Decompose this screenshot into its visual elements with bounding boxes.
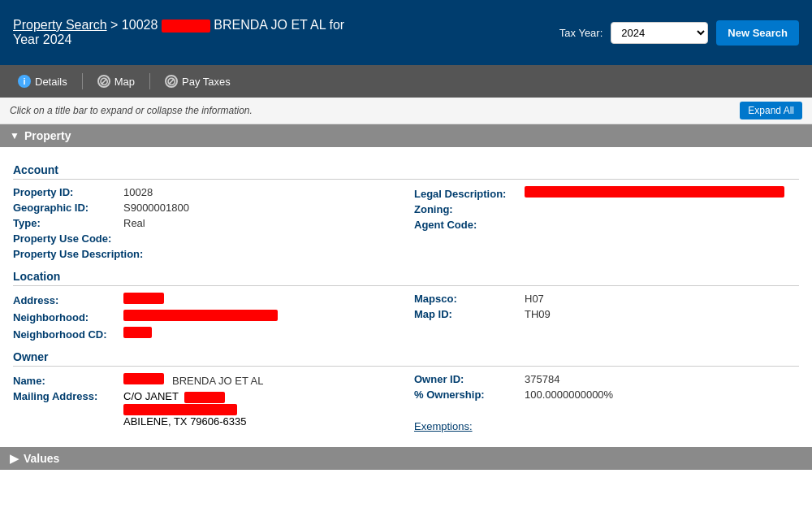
info-icon: i bbox=[18, 75, 31, 88]
values-section-header[interactable]: ▶ Values bbox=[0, 447, 812, 470]
new-search-button[interactable]: New Search bbox=[716, 20, 799, 46]
location-left: Address: Neighborhood: Neighborhood CD: bbox=[13, 291, 398, 342]
location-data-grid: Address: Neighborhood: Neighborhood CD: … bbox=[13, 291, 799, 342]
type-value: Real bbox=[123, 217, 145, 229]
mailing-address-lines: C/O JANET ABILENE, TX 79606-6335 bbox=[123, 390, 247, 428]
info-bar-message: Click on a title bar to expand or collap… bbox=[10, 105, 253, 116]
property-search-link[interactable]: Property Search bbox=[13, 18, 107, 32]
property-use-code-label: Property Use Code: bbox=[13, 232, 119, 245]
property-section-header[interactable]: ▼ Property bbox=[0, 124, 812, 147]
geographic-id-label: Geographic ID: bbox=[13, 202, 119, 214]
tab-divider-1 bbox=[82, 73, 83, 89]
legal-desc-label: Legal Description: bbox=[414, 188, 520, 200]
property-id-label: Property ID: bbox=[13, 186, 119, 198]
mailing-line1: C/O JANET bbox=[123, 390, 247, 403]
mailing-line3: ABILENE, TX 79606-6335 bbox=[123, 415, 247, 428]
map-id-value: TH09 bbox=[525, 308, 551, 320]
account-subsection-title: Account bbox=[13, 163, 799, 180]
name-label: Name: bbox=[13, 375, 119, 387]
owner-data-grid: Name: BRENDA JO ET AL Mailing Address: C… bbox=[13, 371, 799, 434]
location-subsection-title: Location bbox=[13, 270, 799, 286]
legal-desc-redacted bbox=[525, 186, 784, 198]
tax-year-select[interactable]: 2024 2023 2022 bbox=[611, 22, 708, 44]
neighborhood-redacted bbox=[123, 310, 278, 321]
mapsco-label: Mapsco: bbox=[414, 293, 520, 305]
exemptions-link[interactable]: Exemptions: bbox=[414, 420, 473, 432]
property-use-desc-row: Property Use Description: bbox=[13, 246, 398, 262]
zoning-row: Zoning: bbox=[414, 202, 799, 217]
header-controls: Tax Year: 2024 2023 2022 New Search bbox=[559, 20, 799, 46]
zoning-label: Zoning: bbox=[414, 203, 520, 215]
values-arrow-icon: ▶ bbox=[10, 452, 19, 465]
property-arrow-icon: ▼ bbox=[10, 130, 19, 141]
owner-right: Owner ID: 375784 % Ownership: 100.000000… bbox=[414, 371, 799, 434]
property-id-row: Property ID: 10028 bbox=[13, 185, 398, 200]
neighborhood-cd-row: Neighborhood CD: bbox=[13, 325, 398, 342]
tab-details[interactable]: i Details bbox=[8, 70, 77, 93]
mailing-redacted2 bbox=[123, 404, 237, 415]
mailing-address-row: Mailing Address: C/O JANET ABILENE, TX 7… bbox=[13, 389, 398, 429]
tax-year-label: Tax Year: bbox=[559, 27, 603, 39]
account-left: Property ID: 10028 Geographic ID: S90000… bbox=[13, 185, 398, 262]
nav-tabs: i Details ⊘ Map ⊘ Pay Taxes bbox=[0, 65, 812, 98]
pct-ownership-value: 100.0000000000% bbox=[525, 389, 613, 401]
pct-ownership-row: % Ownership: 100.0000000000% bbox=[414, 387, 799, 402]
property-section-content: Account Property ID: 10028 Geographic ID… bbox=[0, 147, 812, 444]
owner-subsection-title: Owner bbox=[13, 350, 799, 367]
owner-id-label: Owner ID: bbox=[414, 373, 520, 385]
neighborhood-row: Neighborhood: bbox=[13, 308, 398, 325]
mailing-redacted1 bbox=[184, 392, 225, 403]
property-id-value: 10028 bbox=[123, 186, 153, 198]
geographic-id-row: Geographic ID: S9000001800 bbox=[13, 200, 398, 215]
mapsco-value: H07 bbox=[525, 293, 544, 305]
name-row: Name: BRENDA JO ET AL bbox=[13, 371, 398, 389]
geographic-id-value: S9000001800 bbox=[123, 202, 189, 214]
mapsco-row: Mapsco: H07 bbox=[414, 291, 799, 306]
map-id-label: Map ID: bbox=[414, 308, 520, 320]
page-header: Property Search > 10028 BRENDA JO ET AL … bbox=[0, 0, 812, 65]
name-redacted bbox=[123, 373, 164, 384]
no-icon-pay: ⊘ bbox=[165, 75, 178, 88]
address-label: Address: bbox=[13, 294, 119, 306]
tab-map[interactable]: ⊘ Map bbox=[88, 70, 145, 93]
expand-all-button[interactable]: Expand All bbox=[740, 102, 802, 119]
neighborhood-cd-redacted bbox=[123, 327, 152, 338]
name-value: BRENDA JO ET AL bbox=[172, 375, 263, 387]
property-use-code-row: Property Use Code: bbox=[13, 231, 398, 246]
info-bar: Click on a title bar to expand or collap… bbox=[0, 98, 812, 124]
owner-id-row: Owner ID: 375784 bbox=[414, 371, 799, 387]
neighborhood-label: Neighborhood: bbox=[13, 311, 119, 323]
account-data-grid: Property ID: 10028 Geographic ID: S90000… bbox=[13, 185, 799, 262]
property-section: ▼ Property Account Property ID: 10028 Ge… bbox=[0, 124, 812, 444]
pct-ownership-label: % Ownership: bbox=[414, 389, 520, 401]
type-row: Type: Real bbox=[13, 215, 398, 231]
legal-desc-row: Legal Description: bbox=[414, 185, 799, 202]
redacted-name-header bbox=[162, 20, 210, 33]
type-label: Type: bbox=[13, 217, 119, 229]
address-redacted bbox=[123, 293, 164, 304]
owner-id-value: 375784 bbox=[525, 373, 559, 385]
account-right: Legal Description: Zoning: Agent Code: bbox=[414, 185, 799, 262]
map-id-row: Map ID: TH09 bbox=[414, 306, 799, 322]
property-use-desc-label: Property Use Description: bbox=[13, 248, 143, 260]
address-row: Address: bbox=[13, 291, 398, 308]
owner-left: Name: BRENDA JO ET AL Mailing Address: C… bbox=[13, 371, 398, 434]
location-right: Mapsco: H07 Map ID: TH09 bbox=[414, 291, 799, 342]
neighborhood-cd-label: Neighborhood CD: bbox=[13, 328, 119, 341]
page-title: Property Search > 10028 BRENDA JO ET AL … bbox=[13, 18, 344, 47]
no-icon-map: ⊘ bbox=[97, 75, 110, 88]
exemptions-row: Exemptions: bbox=[414, 419, 799, 434]
agent-code-row: Agent Code: bbox=[414, 217, 799, 232]
agent-code-label: Agent Code: bbox=[414, 219, 520, 231]
mailing-address-label: Mailing Address: bbox=[13, 390, 119, 402]
mailing-line2 bbox=[123, 403, 247, 416]
tab-divider-2 bbox=[149, 73, 150, 89]
tab-pay-taxes[interactable]: ⊘ Pay Taxes bbox=[155, 70, 240, 93]
